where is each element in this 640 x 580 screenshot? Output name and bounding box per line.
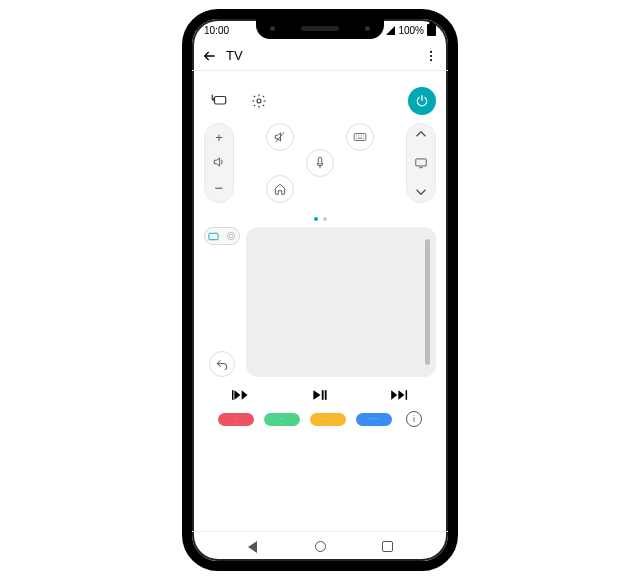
svg-rect-12 [322,390,324,400]
prev-track-button[interactable] [232,389,250,401]
svg-rect-6 [318,157,322,164]
svg-rect-11 [232,390,234,400]
home-button[interactable] [266,175,294,203]
svg-point-0 [430,50,432,52]
volume-control: + − [204,123,234,203]
mode-toggle[interactable] [204,227,240,245]
mic-button[interactable] [306,149,334,177]
settings-button[interactable] [246,88,272,114]
app-header: TV [192,41,448,71]
speaker-icon [212,155,226,169]
nav-back-button[interactable] [246,540,260,554]
play-pause-button[interactable] [312,389,328,401]
red-button[interactable]: · [218,413,254,426]
more-button[interactable] [424,49,438,63]
svg-rect-5 [354,134,366,141]
back-nav-button[interactable] [209,351,235,377]
svg-rect-13 [325,390,327,400]
channel-control [406,123,436,203]
next-track-button[interactable] [390,389,408,401]
svg-point-2 [430,59,432,61]
status-time: 10:00 [204,25,229,36]
remote-content: + − [192,73,448,531]
color-buttons: · ·· ··· ···· i [204,411,436,427]
display-icon [414,157,428,169]
notch [256,17,384,39]
center-cluster [244,123,396,211]
page-title: TV [226,48,424,63]
dpad-mode-icon [226,231,236,241]
trackpad[interactable] [246,227,436,377]
info-button[interactable]: i [406,411,422,427]
page-indicator [204,217,436,221]
phone-frame: 10:00 100% TV + [182,9,458,571]
svg-rect-7 [416,159,427,166]
input-button[interactable] [206,88,232,114]
svg-point-9 [229,234,232,237]
scroll-indicator[interactable] [425,239,430,365]
svg-rect-3 [215,97,226,105]
volume-up-button[interactable]: + [215,130,223,145]
yellow-button[interactable]: ··· [310,413,346,426]
power-button[interactable] [408,87,436,115]
back-button[interactable] [202,48,218,64]
battery-text: 100% [398,25,424,36]
svg-rect-14 [406,390,408,400]
svg-point-1 [430,54,432,56]
svg-rect-8 [209,233,218,239]
channel-up-button[interactable] [415,130,427,138]
nav-home-button[interactable] [313,540,327,554]
keyboard-button[interactable] [346,123,374,151]
signal-icon [386,26,395,35]
svg-point-4 [257,99,261,103]
battery-icon [427,24,436,36]
android-navbar [192,531,448,561]
nav-recent-button[interactable] [381,540,395,554]
green-button[interactable]: ·· [264,413,300,426]
trackpad-mode-icon [208,232,219,241]
volume-down-button[interactable]: − [215,179,224,196]
mute-button[interactable] [266,123,294,151]
svg-point-10 [227,232,235,240]
channel-down-button[interactable] [415,188,427,196]
media-controls [204,377,436,407]
blue-button[interactable]: ···· [356,413,392,426]
